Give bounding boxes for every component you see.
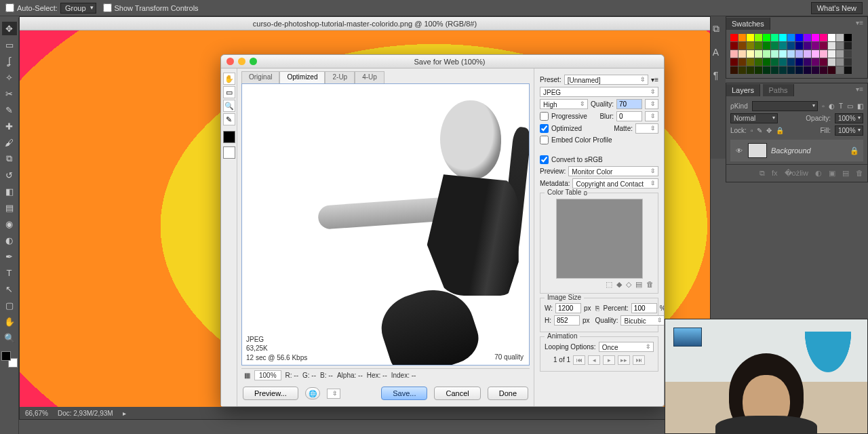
character-panel-icon[interactable]: A <box>713 47 719 58</box>
swatches-grid[interactable] <box>726 30 867 78</box>
auto-select-checkbox[interactable] <box>5 3 14 12</box>
swatch[interactable] <box>812 58 819 66</box>
show-transform-checkbox[interactable] <box>103 3 112 12</box>
swatch[interactable] <box>844 50 852 58</box>
readout-grid-icon[interactable]: ▦ <box>244 372 250 379</box>
metadata-dropdown[interactable]: Copyright and Contact Info <box>572 178 658 189</box>
quality-field[interactable] <box>616 99 642 109</box>
swatch[interactable] <box>804 50 811 58</box>
swatch[interactable] <box>820 50 827 58</box>
lock-all-icon[interactable]: 🔒 <box>776 127 784 134</box>
eyedropper-tool-icon[interactable]: ✎ <box>2 103 17 117</box>
tab-4up[interactable]: 4-Up <box>355 71 384 83</box>
swatch[interactable] <box>828 50 835 58</box>
width-field[interactable] <box>555 303 581 313</box>
swatch[interactable] <box>844 34 852 41</box>
panel-menu-icon[interactable]: ▾≡ <box>852 17 867 28</box>
embed-profile-checkbox[interactable] <box>540 136 549 144</box>
swatch[interactable] <box>755 66 762 74</box>
swatch[interactable] <box>804 58 811 66</box>
swatch[interactable] <box>804 42 811 50</box>
new-group-icon[interactable]: ▣ <box>829 169 835 178</box>
opacity-value[interactable]: 100% <box>835 113 863 123</box>
anim-play-icon[interactable]: ▸ <box>603 355 615 365</box>
swatch[interactable] <box>844 66 852 74</box>
ct-delete-icon[interactable]: 🗑 <box>646 280 654 289</box>
swatch[interactable] <box>747 50 754 58</box>
swatch[interactable] <box>738 34 746 41</box>
layer-fx-icon[interactable]: fx <box>772 169 778 178</box>
swatch[interactable] <box>828 58 835 66</box>
preset-dropdown[interactable]: [Unnamed] <box>564 75 648 85</box>
swatch[interactable] <box>738 42 746 50</box>
history-panel-icon[interactable]: ⧉ <box>713 23 719 35</box>
filter-kind-dropdown[interactable] <box>752 101 818 111</box>
swatch[interactable] <box>771 58 778 66</box>
layer-row-background[interactable]: 👁 Background 🔒 <box>730 140 863 161</box>
ct-add-icon[interactable]: ◇ <box>626 280 631 289</box>
swatch[interactable] <box>836 58 844 66</box>
swatch[interactable] <box>795 42 803 50</box>
status-zoom[interactable]: 66,67% <box>25 410 48 417</box>
swatch[interactable] <box>795 66 803 74</box>
anim-first-icon[interactable]: ⏮ <box>573 355 585 365</box>
stamp-tool-icon[interactable]: ⧉ <box>2 152 17 165</box>
swatch[interactable] <box>730 58 738 66</box>
swatch[interactable] <box>738 50 746 58</box>
swatch[interactable] <box>779 58 787 66</box>
swatch[interactable] <box>795 34 803 41</box>
swatch[interactable] <box>779 34 787 41</box>
swatch[interactable] <box>771 50 778 58</box>
healing-tool-icon[interactable]: ✚ <box>2 119 17 133</box>
swatch[interactable] <box>747 58 754 66</box>
format-dropdown[interactable]: JPEG <box>540 87 658 97</box>
blur-stepper[interactable] <box>645 111 658 121</box>
swatch[interactable] <box>747 34 754 41</box>
layer-thumbnail[interactable] <box>748 143 767 158</box>
layer-mask-icon[interactable]: �ożliw <box>785 169 808 178</box>
path-tool-icon[interactable]: ↖ <box>2 282 17 296</box>
filter-shape-icon[interactable]: ▭ <box>847 102 853 110</box>
whats-new-button[interactable]: What's New <box>811 2 863 14</box>
swatch[interactable] <box>844 58 852 66</box>
swatch[interactable] <box>730 66 738 74</box>
swatch[interactable] <box>812 34 819 41</box>
swatch[interactable] <box>763 50 770 58</box>
swatch[interactable] <box>779 42 787 50</box>
constrain-icon[interactable]: ⎘ <box>595 304 599 312</box>
layers-panel-menu-icon[interactable]: ▾≡ <box>852 83 867 95</box>
filter-smart-icon[interactable]: ◧ <box>857 102 863 110</box>
sfw-slice-tool-icon[interactable]: ▭ <box>223 86 235 98</box>
sfw-eyedropper-color[interactable] <box>223 131 235 143</box>
swatch[interactable] <box>771 66 778 74</box>
new-fill-layer-icon[interactable]: ◐ <box>815 169 822 178</box>
window-zoom-icon[interactable] <box>250 58 257 65</box>
layers-tab[interactable]: Layers <box>726 84 760 96</box>
swatch[interactable] <box>812 66 819 74</box>
swatch[interactable] <box>820 34 827 41</box>
swatch[interactable] <box>730 42 738 50</box>
anim-prev-icon[interactable]: ◂ <box>588 355 600 365</box>
swatch[interactable] <box>747 66 754 74</box>
swatch[interactable] <box>771 34 778 41</box>
link-layers-icon[interactable]: ⧉ <box>760 169 765 178</box>
swatch[interactable] <box>836 42 844 50</box>
sfw-preview-area[interactable]: JPEG 63,25K 12 sec @ 56.6 Kbps 70 qualit… <box>241 83 530 366</box>
history-brush-tool-icon[interactable]: ↺ <box>2 168 17 182</box>
swatch[interactable] <box>763 58 770 66</box>
hand-tool-icon[interactable]: ✋ <box>2 315 17 328</box>
sfw-eyedropper-tool-icon[interactable]: ✎ <box>223 113 235 125</box>
swatch[interactable] <box>763 66 770 74</box>
swatch[interactable] <box>738 66 746 74</box>
tab-optimized[interactable]: Optimized <box>279 71 325 83</box>
swatch[interactable] <box>844 42 852 50</box>
auto-select-dropdown[interactable]: Group <box>60 3 96 14</box>
ct-map-icon[interactable]: ◆ <box>616 280 622 289</box>
filter-adjust-icon[interactable]: ◐ <box>829 102 835 110</box>
blur-field[interactable] <box>616 111 642 121</box>
swatch[interactable] <box>779 66 787 74</box>
percent-field[interactable] <box>631 303 657 313</box>
swatch[interactable] <box>787 42 795 50</box>
anim-last-icon[interactable]: ⏭ <box>633 355 645 365</box>
swatch[interactable] <box>730 34 738 41</box>
